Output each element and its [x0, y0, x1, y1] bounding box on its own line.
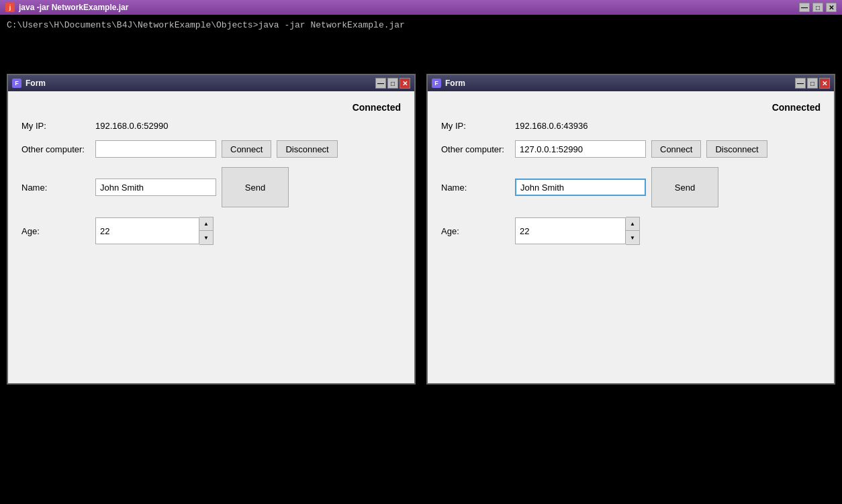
form2-name-row: Name: Send [441, 167, 821, 207]
form1-status: Connected [21, 102, 401, 113]
form1-btn-group: Connect Disconnect [222, 140, 338, 158]
terminal-minimize-btn[interactable]: — [799, 3, 810, 12]
form2-body: Connected My IP: 192.168.0.6:43936 Other… [428, 91, 834, 383]
form2-other-row: Other computer: Connect Disconnect [441, 140, 821, 158]
form1-icon: F [12, 79, 21, 88]
form2-btn-group: Connect Disconnect [651, 140, 767, 158]
form2-minimize-btn[interactable]: — [795, 78, 806, 89]
form1-other-input[interactable] [95, 140, 216, 158]
form1-spinner-buttons: ▲ ▼ [199, 217, 214, 245]
form2-close-btn[interactable]: ✕ [819, 78, 830, 89]
form1-age-row: Age: ▲ ▼ [21, 217, 401, 245]
terminal-command: C:\Users\H\Documents\B4J\NetworkExample\… [7, 20, 405, 30]
form2-myip-label: My IP: [441, 121, 515, 131]
form1-age-spinner: ▲ ▼ [95, 217, 214, 245]
terminal-content: C:\Users\H\Documents\B4J\NetworkExample\… [0, 15, 842, 36]
form2-name-label: Name: [441, 183, 515, 193]
form2-age-up-btn[interactable]: ▲ [626, 217, 639, 231]
form2-spinner-buttons: ▲ ▼ [626, 217, 640, 245]
form1-disconnect-btn[interactable]: Disconnect [277, 140, 337, 158]
form-window-1: F Form — □ ✕ Connected My IP: 192.168.0.… [7, 74, 416, 385]
form2-icon: F [432, 79, 441, 88]
form2-other-input[interactable] [515, 140, 646, 158]
form2-disconnect-btn[interactable]: Disconnect [706, 140, 767, 158]
form1-connect-btn[interactable]: Connect [222, 140, 271, 158]
form-window-2: F Form — □ ✕ Connected My IP: 192.168.0.… [426, 74, 835, 385]
java-icon: j [5, 3, 15, 12]
form2-status: Connected [441, 102, 821, 113]
form1-close-btn[interactable]: ✕ [400, 78, 410, 89]
form2-title: Form [445, 79, 465, 88]
form1-other-row: Other computer: Connect Disconnect [21, 140, 401, 158]
form2-age-spinner: ▲ ▼ [515, 217, 640, 245]
form1-name-input[interactable] [95, 179, 216, 196]
form2-maximize-btn[interactable]: □ [807, 78, 818, 89]
terminal-title: java -jar NetworkExample.jar [19, 3, 128, 12]
terminal-close-btn[interactable]: ✕ [826, 3, 837, 12]
form1-titlebar: F Form — □ ✕ [8, 75, 414, 91]
form2-name-input[interactable] [515, 179, 646, 196]
form2-age-input[interactable] [515, 217, 626, 244]
terminal-titlebar: j java -jar NetworkExample.jar — □ ✕ [0, 0, 842, 15]
terminal-controls: — □ ✕ [799, 3, 837, 12]
form1-name-row: Name: Send [21, 167, 401, 207]
form1-age-input[interactable] [95, 217, 199, 244]
form2-other-label: Other computer: [441, 144, 515, 154]
form1-other-label: Other computer: [21, 144, 95, 154]
form2-myip-value: 192.168.0.6:43936 [515, 121, 588, 131]
form1-maximize-btn[interactable]: □ [387, 78, 398, 89]
form2-send-btn[interactable]: Send [651, 167, 718, 207]
form1-controls: — □ ✕ [375, 78, 410, 89]
form2-age-row: Age: ▲ ▼ [441, 217, 821, 245]
form1-title: Form [26, 79, 46, 88]
form2-myip-row: My IP: 192.168.0.6:43936 [441, 121, 821, 131]
form2-connect-btn[interactable]: Connect [651, 140, 701, 158]
form1-myip-row: My IP: 192.168.0.6:52990 [21, 121, 401, 131]
form2-titlebar: F Form — □ ✕ [428, 75, 834, 91]
form1-age-up-btn[interactable]: ▲ [199, 217, 213, 231]
form2-controls: — □ ✕ [795, 78, 830, 89]
form1-age-label: Age: [21, 226, 95, 236]
form1-send-btn[interactable]: Send [222, 167, 289, 207]
forms-container: F Form — □ ✕ Connected My IP: 192.168.0.… [7, 74, 835, 385]
form2-age-down-btn[interactable]: ▼ [626, 231, 639, 244]
form2-age-label: Age: [441, 226, 515, 236]
form1-body: Connected My IP: 192.168.0.6:52990 Other… [8, 91, 414, 383]
terminal-maximize-btn[interactable]: □ [812, 3, 823, 12]
form1-myip-value: 192.168.0.6:52990 [95, 121, 168, 131]
form1-minimize-btn[interactable]: — [375, 78, 386, 89]
form1-age-down-btn[interactable]: ▼ [199, 231, 213, 244]
form1-name-label: Name: [21, 183, 95, 193]
form1-myip-label: My IP: [21, 121, 95, 131]
